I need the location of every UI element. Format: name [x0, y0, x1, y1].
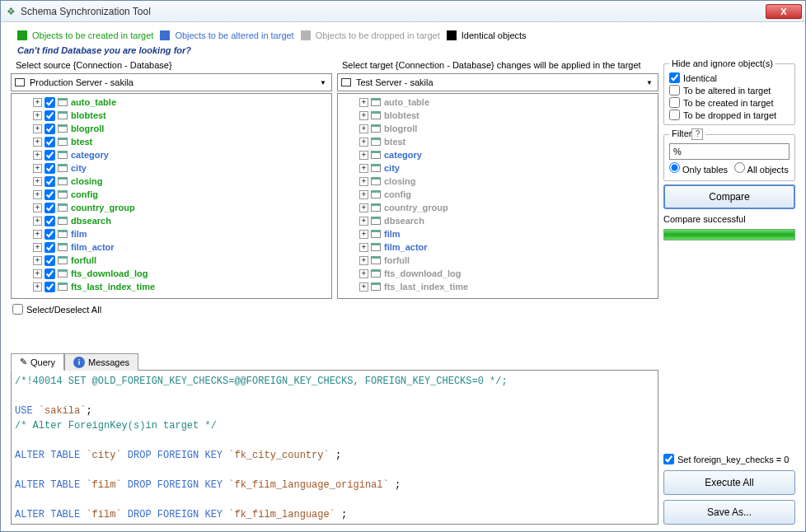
- table-row[interactable]: +closing: [340, 175, 656, 188]
- only-tables-radio[interactable]: [669, 162, 680, 173]
- expand-icon[interactable]: +: [359, 190, 368, 199]
- expand-icon[interactable]: +: [359, 151, 368, 160]
- row-checkbox[interactable]: [45, 189, 55, 200]
- filter-input[interactable]: [669, 143, 790, 160]
- table-row[interactable]: +category: [13, 148, 330, 161]
- expand-icon[interactable]: +: [359, 164, 368, 173]
- expand-icon[interactable]: +: [33, 230, 42, 239]
- expand-icon[interactable]: +: [33, 217, 42, 226]
- table-row[interactable]: +config: [340, 188, 656, 201]
- all-objects-radio[interactable]: [734, 162, 745, 173]
- table-row[interactable]: +blogroll: [340, 122, 656, 135]
- expand-icon[interactable]: +: [33, 282, 42, 292]
- row-checkbox[interactable]: [45, 229, 55, 240]
- table-row[interactable]: +btest: [340, 135, 656, 148]
- table-row[interactable]: +country_group: [340, 201, 656, 214]
- help-icon[interactable]: ?: [691, 128, 703, 140]
- tab-messages[interactable]: iMessages: [64, 353, 138, 371]
- expand-icon[interactable]: +: [33, 177, 42, 186]
- expand-icon[interactable]: +: [359, 98, 368, 107]
- fk-check[interactable]: [663, 454, 674, 464]
- expand-icon[interactable]: +: [33, 111, 42, 120]
- target-tree[interactable]: +auto_table+blobtest+blogroll+btest+cate…: [337, 93, 658, 299]
- row-checkbox[interactable]: [45, 268, 55, 279]
- table-row[interactable]: +btest: [13, 135, 330, 148]
- expand-icon[interactable]: +: [33, 98, 42, 107]
- help-link[interactable]: Can't find Database you are looking for?: [17, 45, 789, 55]
- table-row[interactable]: +fts_download_log: [340, 267, 656, 280]
- tab-query[interactable]: ✎Query: [11, 353, 64, 371]
- table-row[interactable]: +fts_last_index_time: [340, 280, 656, 293]
- expand-icon[interactable]: +: [359, 138, 368, 147]
- target-combo[interactable]: Test Server - sakila ▼: [337, 73, 658, 91]
- expand-icon[interactable]: +: [33, 243, 42, 252]
- table-row[interactable]: +film: [13, 227, 330, 240]
- row-checkbox[interactable]: [45, 242, 55, 253]
- table-row[interactable]: +config: [13, 188, 330, 201]
- expand-icon[interactable]: +: [33, 203, 42, 212]
- table-row[interactable]: +dbsearch: [13, 214, 330, 227]
- row-checkbox[interactable]: [45, 255, 55, 266]
- sql-editor[interactable]: /*!40014 SET @OLD_FOREIGN_KEY_CHECKS=@@F…: [11, 370, 658, 525]
- row-checkbox[interactable]: [45, 97, 55, 108]
- table-row[interactable]: +city: [13, 161, 330, 175]
- hide-create-check[interactable]: [669, 97, 680, 108]
- expand-icon[interactable]: +: [359, 282, 368, 292]
- row-checkbox[interactable]: [45, 176, 55, 187]
- table-row[interactable]: +forfull: [340, 254, 656, 267]
- table-row[interactable]: +film_actor: [340, 240, 656, 254]
- hide-identical-check[interactable]: [669, 72, 680, 83]
- source-combo[interactable]: Production Server - sakila ▼: [11, 73, 332, 91]
- hide-drop-check[interactable]: [669, 110, 680, 120]
- table-row[interactable]: +blogroll: [13, 122, 330, 135]
- close-button[interactable]: X: [766, 4, 802, 19]
- table-row[interactable]: +dbsearch: [340, 214, 656, 227]
- table-row[interactable]: +film: [340, 227, 656, 240]
- compare-button[interactable]: Compare: [663, 184, 795, 209]
- row-checkbox[interactable]: [45, 124, 55, 134]
- table-row[interactable]: +auto_table: [13, 96, 330, 109]
- expand-icon[interactable]: +: [359, 243, 368, 252]
- save-button[interactable]: Save As...: [663, 500, 795, 525]
- row-checkbox[interactable]: [45, 137, 55, 147]
- expand-icon[interactable]: +: [33, 124, 42, 133]
- table-row[interactable]: +auto_table: [340, 96, 656, 109]
- expand-icon[interactable]: +: [33, 151, 42, 160]
- table-row[interactable]: +city: [340, 161, 656, 175]
- row-checkbox[interactable]: [45, 110, 55, 121]
- hide-alter-check[interactable]: [669, 85, 680, 96]
- select-all-checkbox[interactable]: [12, 304, 23, 315]
- expand-icon[interactable]: +: [359, 269, 368, 278]
- row-checkbox[interactable]: [45, 216, 55, 226]
- expand-icon[interactable]: +: [359, 256, 368, 265]
- table-name: blogroll: [71, 124, 104, 133]
- table-row[interactable]: +fts_download_log: [13, 267, 330, 280]
- hide-ignore-group: Hide and ignore object(s) Identical To b…: [663, 58, 795, 125]
- expand-icon[interactable]: +: [359, 124, 368, 133]
- table-row[interactable]: +closing: [13, 175, 330, 188]
- expand-icon[interactable]: +: [359, 203, 368, 212]
- row-checkbox[interactable]: [45, 163, 55, 174]
- expand-icon[interactable]: +: [359, 177, 368, 186]
- expand-icon[interactable]: +: [33, 269, 42, 278]
- table-row[interactable]: +country_group: [13, 201, 330, 214]
- table-row[interactable]: +forfull: [13, 254, 330, 267]
- table-row[interactable]: +blobtest: [340, 109, 656, 122]
- table-row[interactable]: +blobtest: [13, 109, 330, 122]
- row-checkbox[interactable]: [45, 150, 55, 161]
- expand-icon[interactable]: +: [33, 138, 42, 147]
- expand-icon[interactable]: +: [359, 217, 368, 226]
- source-tree[interactable]: +auto_table+blobtest+blogroll+btest+cate…: [11, 93, 332, 299]
- expand-icon[interactable]: +: [359, 230, 368, 239]
- table-row[interactable]: +fts_last_index_time: [13, 280, 330, 293]
- execute-button[interactable]: Execute All: [663, 470, 795, 495]
- expand-icon[interactable]: +: [359, 111, 368, 120]
- table-row[interactable]: +film_actor: [13, 240, 330, 254]
- table-row[interactable]: +category: [340, 148, 656, 161]
- expand-icon[interactable]: +: [33, 256, 42, 265]
- expand-icon[interactable]: +: [33, 164, 42, 173]
- row-checkbox[interactable]: [45, 203, 55, 213]
- table-icon: [58, 243, 68, 251]
- expand-icon[interactable]: +: [33, 190, 42, 199]
- row-checkbox[interactable]: [45, 282, 55, 292]
